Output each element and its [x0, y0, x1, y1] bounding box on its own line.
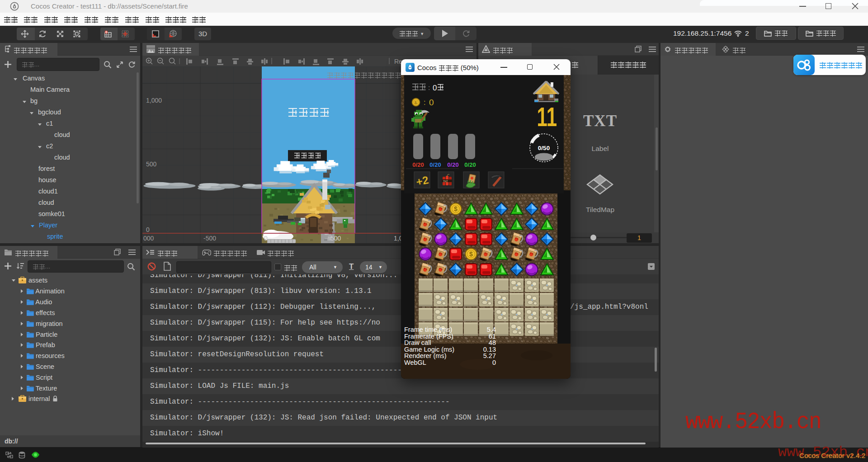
svg-text:+2: +2	[415, 174, 429, 188]
svg-text:0: 0	[433, 84, 437, 92]
svg-text:0/20: 0/20	[429, 161, 441, 168]
svg-text:0/20: 0/20	[412, 161, 424, 168]
svg-text::: :	[424, 99, 425, 106]
svg-text:0/20: 0/20	[447, 161, 458, 168]
svg-text:0: 0	[492, 359, 496, 366]
svg-text:TNT: TNT	[443, 180, 448, 183]
svg-text:0/20: 0/20	[464, 161, 476, 168]
svg-text:0: 0	[429, 98, 434, 107]
svg-text:WebGL: WebGL	[404, 359, 426, 366]
svg-text:$: $	[415, 100, 417, 105]
svg-text:0/50: 0/50	[538, 145, 550, 151]
svg-text::: :	[428, 84, 430, 91]
svg-text:11: 11	[537, 102, 557, 132]
